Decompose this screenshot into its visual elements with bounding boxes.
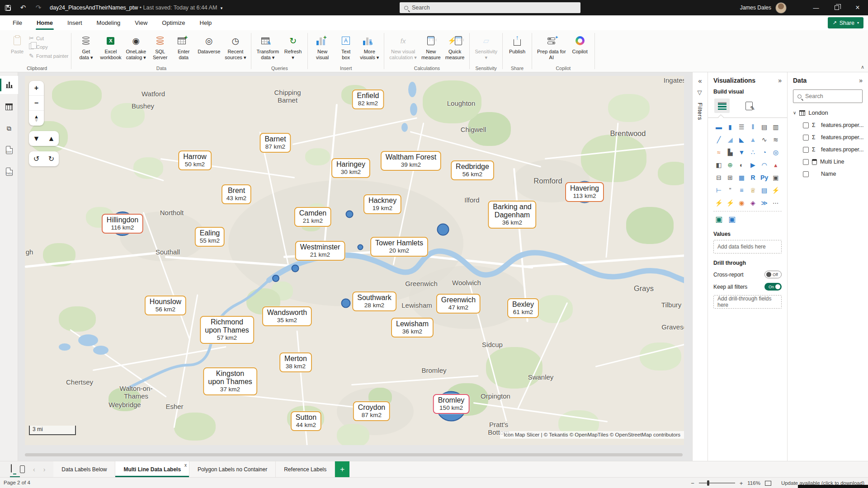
fit-to-page-icon[interactable]	[765, 481, 771, 486]
menu-modeling[interactable]: Modeling	[90, 16, 127, 29]
text-box-button[interactable]: AText box	[334, 33, 358, 61]
map-borough-label[interactable]: Enfield82 km2	[352, 89, 384, 109]
onelake-catalog-button[interactable]: ◉OneLake catalog ▾	[124, 33, 149, 61]
field-checkbox[interactable]	[803, 159, 809, 165]
sidebar-item-model-view[interactable]: ⧉	[0, 119, 18, 137]
q-and-a-icon[interactable]: ”	[725, 185, 736, 195]
field-features-proper-[interactable]: Σfeatures.proper...	[803, 146, 863, 153]
table-icon[interactable]: ⊞	[725, 172, 736, 183]
new-visual-calculation-button[interactable]: fxNew visual calculation ▾	[387, 33, 419, 61]
collapse-ribbon-icon[interactable]: ∧	[861, 64, 864, 70]
line-and-clustered-column-chart-icon[interactable]: ≋	[770, 134, 781, 145]
metrics-icon[interactable]: ♕	[747, 185, 758, 195]
minimize-button[interactable]: —	[806, 0, 826, 15]
new-measure-button[interactable]: New measure	[419, 33, 443, 61]
map-borough-label[interactable]: Ealing55 km2	[195, 227, 225, 247]
100-stacked-column-chart-icon[interactable]: ▥	[770, 122, 781, 132]
sidebar-item-table-view[interactable]	[0, 98, 18, 116]
filled-map-icon[interactable]: ◐	[736, 160, 747, 170]
zoom-in-button[interactable]: +	[29, 81, 44, 96]
publish-button[interactable]: Publish	[505, 33, 529, 56]
donut-chart-icon[interactable]: ◎	[770, 147, 781, 157]
stacked-bar-chart-icon[interactable]: ▬	[713, 122, 724, 132]
smart-narrative-icon[interactable]: ≡	[736, 185, 747, 195]
quick-create-visual-icon[interactable]: ⚡	[713, 197, 724, 208]
map-borough-label[interactable]: Hounslow56 km2	[145, 296, 186, 315]
pie-chart-icon[interactable]: ◔	[759, 147, 770, 157]
quick-measure-button[interactable]: ⚡Quick measure	[443, 33, 467, 61]
azure-map-icon[interactable]: ▶	[747, 160, 758, 170]
recent-sources-button[interactable]: ◷Recent sources ▾	[222, 33, 248, 61]
ribbon-chart-icon[interactable]: ≈	[713, 147, 724, 157]
menu-file[interactable]: File	[6, 16, 28, 29]
close-tab-icon[interactable]: x	[184, 463, 187, 468]
zoom-out-icon[interactable]: −	[691, 480, 694, 487]
menu-help[interactable]: Help	[193, 16, 218, 29]
zoom-in-icon[interactable]: +	[740, 480, 743, 487]
next-page-icon[interactable]: ›	[43, 466, 46, 473]
map-borough-label[interactable]: Barnet87 km2	[259, 133, 291, 153]
expand-filters-icon[interactable]: «	[698, 77, 702, 84]
page-tab-multi-line-data-labels[interactable]: Multi Line Data Labelsx	[115, 461, 189, 477]
clustered-column-chart-icon[interactable]: ‖	[747, 122, 758, 132]
paste-button[interactable]: Paste	[5, 33, 29, 56]
map-borough-label[interactable]: Richmond upon Thames57 km2	[200, 316, 254, 344]
new-slicer-icon[interactable]: ▣	[770, 172, 781, 183]
tab-build-visual[interactable]	[714, 99, 730, 113]
mobile-layout-button[interactable]	[20, 465, 25, 473]
map-data-bubble[interactable]	[292, 265, 299, 272]
map-borough-label[interactable]: Brent43 km2	[222, 184, 251, 204]
tilt-up-button[interactable]: ▲	[44, 131, 59, 146]
map-borough-label[interactable]: Camden21 km2	[294, 207, 331, 227]
treemap-icon[interactable]: ◧	[713, 160, 724, 170]
new-visual-button[interactable]: +New visual	[311, 33, 334, 61]
page-tab-data-labels-below[interactable]: Data Labels Below	[53, 461, 115, 477]
undo-icon[interactable]: ↶	[15, 0, 31, 15]
menu-view[interactable]: View	[128, 16, 154, 29]
map-data-bubble[interactable]	[272, 275, 279, 282]
dataverse-button[interactable]: ◎Dataverse	[195, 33, 222, 56]
close-button[interactable]: ×	[847, 0, 868, 15]
map-borough-label[interactable]: Redbridge56 km2	[451, 160, 494, 180]
menu-home[interactable]: Home	[30, 16, 59, 29]
rotate-cw-button[interactable]: ↻	[44, 151, 59, 166]
title-dropdown-icon[interactable]: ▾	[221, 6, 223, 10]
save-icon[interactable]	[0, 0, 15, 15]
map-borough-label[interactable]: Waltham Forest39 km2	[381, 151, 441, 171]
icon-map-icon[interactable]: ▣	[726, 214, 737, 225]
drill-through-field-well[interactable]: Add drill-through fields here	[713, 295, 782, 309]
tilt-down-button[interactable]: ▼	[29, 131, 44, 146]
matrix-icon[interactable]: ▦	[736, 172, 747, 183]
funnel-chart-icon[interactable]: ▼	[736, 147, 747, 157]
data-search-input[interactable]: Search	[793, 89, 863, 103]
more-visuals-button[interactable]: ✎More visuals ▾	[358, 33, 381, 61]
avatar[interactable]	[775, 2, 787, 14]
line-and-stacked-column-chart-icon[interactable]: ∿	[759, 134, 770, 145]
canvas-horizontal-scrollbar[interactable]	[25, 453, 683, 456]
field-features-proper-[interactable]: Σfeatures.proper...	[803, 134, 863, 141]
excel-workbook-button[interactable]: XExcel workbook	[98, 33, 123, 61]
map-data-bubble[interactable]	[346, 211, 354, 218]
cut-button[interactable]: ✂Cut	[29, 35, 68, 42]
page-tab-polygon-labels-no-container[interactable]: Polygon Labels no Container	[189, 461, 276, 477]
sidebar-item-report-view[interactable]	[0, 76, 18, 94]
icon-map-visual[interactable]: WatfordBusheyChipping BarnetLoughtonChig…	[25, 76, 684, 445]
zoom-slider[interactable]	[699, 483, 735, 483]
collapse-visualizations-icon[interactable]: »	[778, 77, 782, 84]
paginated-report-icon[interactable]: ▤	[759, 185, 770, 195]
menu-insert[interactable]: Insert	[61, 16, 89, 29]
map-borough-label[interactable]: Barking and Dagenham36 km2	[488, 201, 536, 229]
map-borough-label[interactable]: Lewisham36 km2	[391, 318, 434, 338]
field-multi-line[interactable]: Multi Line	[803, 159, 863, 165]
format-painter-button[interactable]: ✎Format painter	[29, 52, 68, 59]
field-checkbox[interactable]	[803, 171, 809, 177]
map-borough-label[interactable]: Wandsworth35 km2	[262, 306, 312, 326]
100-stacked-bar-chart-icon[interactable]: ▤	[759, 122, 770, 132]
zoom-out-button[interactable]: −	[29, 96, 44, 111]
decomposition-tree-icon[interactable]: ⊢	[713, 185, 724, 195]
enter-data-button[interactable]: +Enter data	[172, 33, 195, 61]
chevron-down-icon[interactable]: ∨	[793, 110, 796, 115]
account-area[interactable]: James Dales	[740, 0, 787, 15]
copilot-button[interactable]: Copilot	[568, 33, 592, 56]
line-chart-icon[interactable]: ╱	[713, 134, 724, 145]
